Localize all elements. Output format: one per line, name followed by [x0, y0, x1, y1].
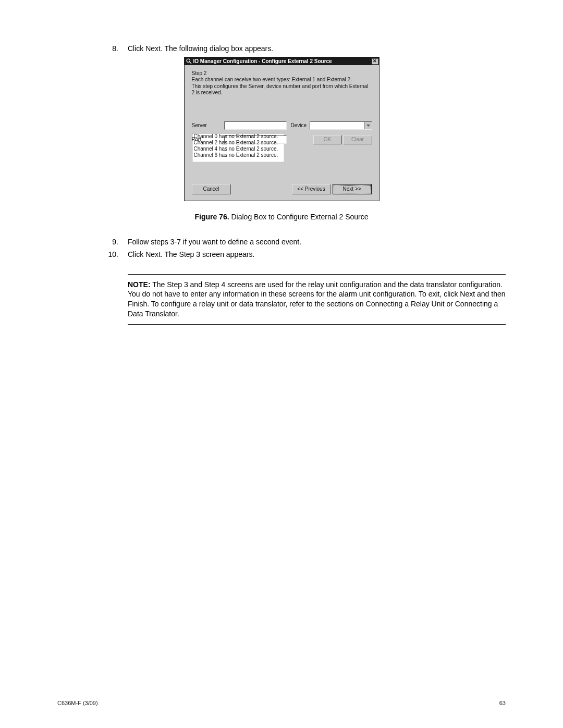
step-text: Click Next. The Step 3 screen appears. [128, 250, 506, 258]
dialog-step-label: Step 2 [192, 70, 372, 76]
channel-status-item: Channel 4 has no External 2 source. [194, 146, 282, 152]
note-label: NOTE: [128, 280, 151, 289]
dialog-desc-line1: Each channel can receive two event types… [192, 77, 352, 82]
dialog-desc-line2: This step configures the Server, device … [192, 83, 369, 96]
io-manager-dialog: IO Manager Configuration - Configure Ext… [184, 57, 380, 201]
svg-line-1 [189, 62, 191, 64]
chevron-down-icon [364, 122, 372, 129]
step-text: Follow steps 3-7 if you want to define a… [128, 238, 506, 246]
dialog-body: Step 2 Each channel can receive two even… [185, 65, 379, 201]
close-button[interactable]: ✕ [372, 58, 378, 65]
cancel-button[interactable]: Cancel [192, 184, 231, 194]
magnifier-icon [186, 58, 192, 64]
server-input[interactable] [224, 121, 287, 130]
svg-marker-2 [366, 125, 370, 127]
figure-caption-text: Dialog Box to Configure External 2 Sourc… [229, 213, 369, 221]
step-number: 9. [57, 238, 128, 246]
step-number: 8. [57, 44, 128, 53]
step-9: 9. Follow steps 3-7 if you want to defin… [57, 238, 506, 246]
device-select[interactable] [310, 121, 372, 130]
figure-caption: Figure 76. Dialog Box to Configure Exter… [57, 213, 506, 221]
footer-pagenum: 63 [499, 700, 506, 706]
channel-status-list: Channel 0 has no External 2 source. Chan… [192, 133, 284, 162]
note-block: NOTE: The Step 3 and Step 4 screens are … [128, 274, 506, 325]
dialog-title: IO Manager Configuration - Configure Ext… [193, 58, 372, 64]
step-number: 10. [57, 250, 128, 258]
dialog-titlebar: IO Manager Configuration - Configure Ext… [185, 57, 379, 65]
channel-status-item: Channel 6 has no External 2 source. [194, 152, 282, 158]
figure-label: Figure 76. [194, 213, 229, 221]
server-label: Server [192, 122, 224, 128]
step-text: Click Next. The following dialog box app… [128, 44, 506, 53]
dialog-description: Each channel can receive two event types… [192, 77, 372, 96]
ok-button[interactable]: OK [313, 135, 342, 144]
channel-status-item: Channel 0 has no External 2 source. [194, 133, 282, 140]
channel-status-item: Channel 2 has no External 2 source. [194, 140, 282, 146]
step-8: 8. Click Next. The following dialog box … [57, 44, 506, 53]
svg-point-0 [187, 59, 190, 62]
note-body: The Step 3 and Step 4 screens are used f… [128, 280, 506, 318]
device-label: Device [287, 122, 310, 128]
previous-button[interactable]: << Previous [292, 184, 331, 194]
step-10: 10. Click Next. The Step 3 screen appear… [57, 250, 506, 258]
footer-left: C636M-F (3/09) [57, 700, 98, 706]
next-button[interactable]: Next >> [333, 184, 372, 194]
clear-button[interactable]: Clear [344, 135, 372, 144]
page-footer: C636M-F (3/09) 63 [57, 700, 506, 706]
dialog-container: IO Manager Configuration - Configure Ext… [57, 57, 506, 201]
